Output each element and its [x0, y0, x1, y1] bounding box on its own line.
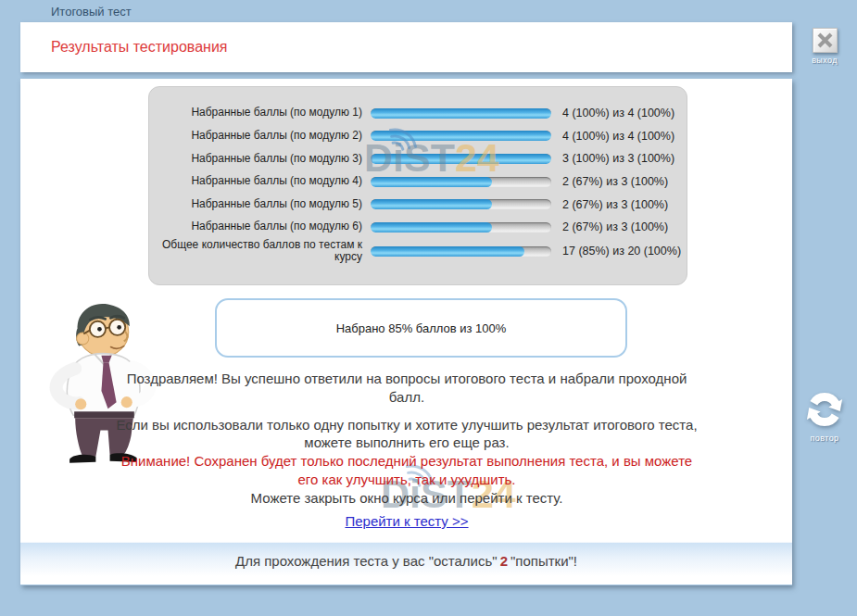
window-title: Итоговый тест	[51, 5, 132, 19]
congrats-text: Поздравляем! Вы успешно ответили на вопр…	[110, 370, 703, 407]
progress-bar-fill	[371, 177, 492, 187]
result-row: Общее количество баллов по тестам к курс…	[149, 239, 687, 265]
main-area: Набранные баллы (по модулю 1) 4 (100%) и…	[20, 79, 792, 542]
content-window: Набранные баллы (по модулю 1) 4 (100%) и…	[20, 79, 792, 585]
exit-button[interactable]: выход	[808, 28, 841, 65]
result-row-label: Набранные баллы (по модулю 4)	[149, 175, 371, 188]
progress-bar-fill	[371, 222, 492, 233]
repeat-button[interactable]: повтор	[799, 388, 851, 443]
progress-bar-fill	[371, 131, 551, 141]
result-messages: Поздравляем! Вы успешно ответили на вопр…	[110, 370, 703, 508]
repeat-button-label: повтор	[799, 434, 851, 443]
result-row-value: 4 (100%) из 4 (100%)	[551, 130, 674, 143]
progress-bar-track	[371, 154, 551, 164]
result-row: Набранные баллы (по модулю 3) 3 (100%) и…	[149, 147, 687, 170]
progress-bar-fill	[371, 246, 524, 257]
result-row-value: 2 (67%) из 3 (100%)	[551, 198, 668, 211]
progress-bar-track	[371, 131, 551, 141]
results-panel: Набранные баллы (по модулю 1) 4 (100%) и…	[148, 86, 687, 285]
result-row-label: Набранные баллы (по модулю 2)	[149, 130, 371, 143]
attempts-footer: Для прохождения теста у вас "остались"2"…	[20, 542, 792, 585]
progress-bar-fill	[371, 154, 551, 164]
goto-test-link-row: Перейти к тесту >>	[110, 513, 703, 530]
attempts-prefix: Для прохождения теста у вас "остались"	[235, 553, 498, 569]
score-summary-text: Набрано 85% баллов из 100%	[336, 321, 507, 335]
progress-bar-track	[371, 222, 551, 233]
result-row-value: 2 (67%) из 3 (100%)	[551, 175, 668, 188]
progress-bar-fill	[371, 108, 551, 119]
goto-test-link[interactable]: Перейти к тесту >>	[345, 513, 468, 529]
progress-bar-track	[371, 199, 551, 209]
result-row-value: 17 (85%) из 20 (100%)	[551, 245, 681, 258]
progress-bar-track	[371, 177, 551, 187]
close-x-icon[interactable]	[813, 28, 838, 53]
result-row: Набранные баллы (по модулю 5) 2 (67%) из…	[149, 193, 687, 216]
close-info-text: Можете закрыть окно курса или перейти к …	[110, 489, 703, 508]
warning-text: Внимание! Сохранен будет только последни…	[110, 452, 703, 489]
progress-bar-fill	[371, 199, 492, 209]
refresh-arrows-icon[interactable]	[803, 388, 846, 431]
result-row-value: 4 (100%) из 4 (100%)	[551, 107, 674, 119]
result-row-label: Набранные баллы (по модулю 1)	[149, 107, 371, 119]
page-title: Результаты тестирования	[51, 22, 227, 72]
result-row: Набранные баллы (по модулю 1) 4 (100%) и…	[149, 102, 687, 125]
attempts-suffix: "попытки"!	[510, 553, 577, 569]
test-results-screen: Итоговый тест Результаты тестирования На…	[0, 0, 857, 616]
result-row: Набранные баллы (по модулю 4) 2 (67%) из…	[149, 170, 687, 194]
score-summary-box: Набрано 85% баллов из 100%	[215, 298, 627, 358]
attempts-count: 2	[498, 553, 510, 569]
result-row-value: 3 (100%) из 3 (100%)	[551, 152, 674, 165]
attempts-text: Для прохождения теста у вас "остались"2"…	[235, 553, 577, 569]
retry-info-text: Если вы использовали только одну попытку…	[110, 416, 703, 453]
result-row-label: Набранные баллы (по модулю 5)	[149, 198, 371, 211]
result-row-value: 2 (67%) из 3 (100%)	[551, 220, 668, 233]
result-row-label: Набранные баллы (по модулю 6)	[149, 220, 371, 233]
result-row-label: Набранные баллы (по модулю 3)	[149, 153, 371, 166]
result-row: Набранные баллы (по модулю 2) 4 (100%) и…	[149, 125, 687, 148]
progress-bar-track	[371, 108, 551, 119]
result-row-label: Общее количество баллов по тестам к курс…	[149, 239, 371, 265]
header-bar: Результаты тестирования	[20, 22, 792, 72]
progress-bar-track	[371, 246, 551, 257]
result-row: Набранные баллы (по модулю 6) 2 (67%) из…	[149, 216, 687, 239]
exit-button-label: выход	[808, 56, 841, 65]
